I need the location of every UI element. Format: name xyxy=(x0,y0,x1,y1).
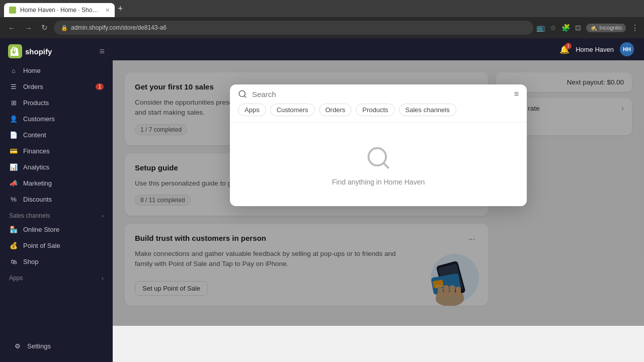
incognito-label: 🕵 Incognito xyxy=(586,24,626,32)
sidebar-item-discounts[interactable]: % Discounts xyxy=(4,191,109,207)
search-icon xyxy=(238,89,247,99)
apps-section: Apps › xyxy=(4,269,109,284)
sidebar-item-point-of-sale[interactable]: 💰 Point of Sale xyxy=(4,237,109,253)
filter-pill-apps[interactable]: Apps xyxy=(238,104,266,116)
address-bar[interactable]: 🔒 admin.shopify.com/store/de8143-a6 xyxy=(54,21,533,35)
marketing-icon: 📣 xyxy=(9,178,18,188)
search-menu-icon[interactable]: ≡ xyxy=(514,89,519,99)
forward-button[interactable]: → xyxy=(22,22,35,34)
search-popup: ≡ Apps Customers Orders Products Sales c… xyxy=(230,84,527,206)
browser-menu-button[interactable]: ⋮ xyxy=(631,23,639,33)
sidebar-item-marketing[interactable]: 📣 Marketing xyxy=(4,175,109,191)
split-icon[interactable]: ⊡ xyxy=(575,24,581,32)
search-empty-state: Find anything in Home Haven xyxy=(230,123,527,206)
customers-icon: 👤 xyxy=(9,114,18,123)
sidebar-item-home[interactable]: ⌂ Home xyxy=(4,62,109,78)
sidebar-item-settings[interactable]: ⚙ Settings xyxy=(8,338,105,354)
browser-toolbar: ← → ↻ 🔒 admin.shopify.com/store/de8143-a… xyxy=(0,17,644,38)
avatar[interactable]: HH xyxy=(620,42,634,56)
gear-icon: ⚙ xyxy=(13,341,22,350)
sidebar-item-finances[interactable]: 💳 Finances xyxy=(4,143,109,159)
main-navigation: ⌂ Home ☰ Orders 1 ⊞ Products 👤 Custome xyxy=(0,62,113,284)
analytics-icon: 📊 xyxy=(9,162,18,171)
search-filter-tags: Apps Customers Orders Products Sales cha… xyxy=(230,104,527,123)
lock-icon: 🔒 xyxy=(61,25,68,31)
logo-icon xyxy=(8,44,22,58)
pos-icon: 💰 xyxy=(9,241,18,250)
back-button[interactable]: ← xyxy=(5,22,19,34)
search-empty-text: Find anything in Home Haven xyxy=(332,178,425,186)
sales-channels-expand-icon[interactable]: › xyxy=(102,213,104,219)
search-empty-icon xyxy=(365,145,391,171)
filter-pill-sales-channels[interactable]: Sales channels xyxy=(399,104,456,116)
svg-line-14 xyxy=(244,96,246,97)
search-input-row: ≡ xyxy=(230,84,527,104)
filter-pill-products[interactable]: Products xyxy=(356,104,394,116)
main-content: 🔔 1 Home Haven HH Get your first 10 sale… xyxy=(113,38,644,362)
sidebar-header: shopify ≡ xyxy=(0,38,113,62)
store-name: Home Haven xyxy=(576,46,614,53)
filter-pill-customers[interactable]: Customers xyxy=(270,104,315,116)
sidebar-item-products[interactable]: ⊞ Products xyxy=(4,95,109,111)
page-content: Get your first 10 sales ··· ∨ Consider t… xyxy=(113,60,644,326)
products-icon: ⊞ xyxy=(9,98,18,107)
orders-icon: ☰ xyxy=(9,82,18,91)
browser-right-actions: 📺 ☆ 🧩 ⊡ 🕵 Incognito ⋮ xyxy=(536,23,639,33)
sidebar-item-shop[interactable]: 🛍 Shop xyxy=(4,253,109,269)
tab-favicon xyxy=(9,7,16,14)
online-store-icon: 🏪 xyxy=(9,225,18,234)
sidebar-toggle-icon[interactable]: ≡ xyxy=(99,46,105,57)
cast-icon[interactable]: 📺 xyxy=(536,24,545,32)
sidebar-item-orders[interactable]: ☰ Orders 1 xyxy=(4,78,109,95)
shop-icon: 🛍 xyxy=(9,257,18,266)
notifications-button[interactable]: 🔔 1 xyxy=(559,45,570,54)
home-icon: ⌂ xyxy=(9,66,18,75)
content-icon: 📄 xyxy=(9,130,18,139)
svg-line-16 xyxy=(383,163,388,167)
discounts-icon: % xyxy=(9,195,18,204)
apps-expand-icon[interactable]: › xyxy=(102,275,104,281)
shopify-wordmark: shopify xyxy=(25,47,52,56)
sidebar-footer: ⚙ Settings xyxy=(0,334,113,358)
orders-badge: 1 xyxy=(96,83,104,90)
finances-icon: 💳 xyxy=(9,146,18,155)
extensions-icon[interactable]: 🧩 xyxy=(561,24,570,32)
filter-pill-orders[interactable]: Orders xyxy=(319,104,352,116)
search-input[interactable] xyxy=(252,90,509,99)
sidebar-item-analytics[interactable]: 📊 Analytics xyxy=(4,159,109,175)
incognito-icon: 🕵 xyxy=(590,25,597,31)
sidebar-item-customers[interactable]: 👤 Customers xyxy=(4,111,109,127)
sidebar-item-content[interactable]: 📄 Content xyxy=(4,127,109,143)
sidebar: shopify ≡ ⌂ Home ☰ Orders 1 ⊞ xyxy=(0,38,113,362)
tab-title: Home Haven · Home · Shopify xyxy=(20,7,101,14)
sidebar-item-online-store[interactable]: 🏪 Online Store xyxy=(4,221,109,237)
shopify-logo: shopify xyxy=(8,44,52,58)
new-tab-button[interactable]: + xyxy=(115,4,126,14)
sales-channels-section: Sales channels › xyxy=(4,207,109,221)
bookmark-icon[interactable]: ☆ xyxy=(550,24,556,32)
tab-close-icon[interactable]: ✕ xyxy=(105,7,110,14)
browser-tab[interactable]: Home Haven · Home · Shopify ✕ xyxy=(4,3,115,17)
reload-button[interactable]: ↻ xyxy=(38,21,51,34)
notification-badge: 1 xyxy=(565,43,572,49)
address-url: admin.shopify.com/store/de8143-a6 xyxy=(71,24,167,31)
app-header: 🔔 1 Home Haven HH xyxy=(113,38,644,60)
